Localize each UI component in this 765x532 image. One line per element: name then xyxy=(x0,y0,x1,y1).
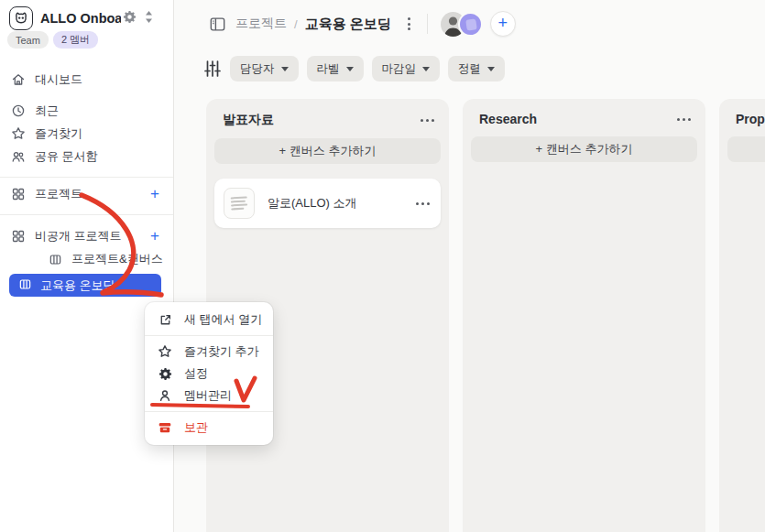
member-avatar-purple[interactable] xyxy=(458,12,483,37)
canvas-card[interactable]: 알로(ALLO) 소개 xyxy=(214,179,441,228)
add-project-button[interactable]: + xyxy=(145,184,165,204)
sidebar-item-shared-docs[interactable]: 공유 문서함 xyxy=(11,147,98,167)
external-link-icon xyxy=(158,313,172,327)
gear-icon xyxy=(158,367,172,381)
canvas-title: 알로(ALLO) 소개 xyxy=(268,195,403,212)
sidebar-item-project-canvas[interactable]: 프로젝트&캔버스 xyxy=(48,249,163,269)
canvas-icon xyxy=(48,253,62,266)
sidebar-item-recent[interactable]: 최근 xyxy=(11,101,59,121)
canvas-icon xyxy=(18,277,32,294)
workspace-logo-icon xyxy=(9,6,33,30)
member-count-badge[interactable]: 2 멤버 xyxy=(53,31,98,49)
add-canvas-button[interactable]: + 캔버스 추가하기 xyxy=(471,136,697,162)
add-private-project-button[interactable]: + xyxy=(145,226,165,246)
grid-icon xyxy=(11,187,26,201)
home-icon xyxy=(11,72,26,87)
filter-sort[interactable]: 정렬 xyxy=(448,56,505,81)
workspace-badges: Team 2 멤버 xyxy=(7,31,98,49)
invite-member-button[interactable]: + xyxy=(490,11,516,37)
workspace-settings-icon[interactable] xyxy=(123,10,137,27)
sidebar-item-label: 즐겨찾기 xyxy=(35,125,82,142)
workspace-switcher-icon[interactable] xyxy=(144,10,154,27)
sidebar-section-private-projects[interactable]: 비공개 프로젝트 xyxy=(11,226,122,246)
column-title: Research xyxy=(479,112,537,126)
sidebar: ALLO Onboardi... Team 2 멤버 대시보드 최 xyxy=(0,0,174,532)
star-icon xyxy=(11,126,26,141)
person-icon xyxy=(158,388,172,403)
filter-assignee[interactable]: 담당자 xyxy=(230,56,299,81)
breadcrumb-parent[interactable]: 프로젝트 xyxy=(235,16,287,32)
team-badge: Team xyxy=(7,31,49,49)
project-context-menu: 새 탭에서 열기 즐겨찾기 추가 설정 멤버관리 xyxy=(145,302,273,445)
sidebar-toggle-icon[interactable] xyxy=(209,16,226,33)
breadcrumb-separator: / xyxy=(294,17,298,31)
filter-bar: 담당자 라벨 마감일 정렬 xyxy=(203,56,505,81)
column-menu-icon[interactable] xyxy=(421,115,434,125)
column-title: Propo xyxy=(736,112,765,126)
sidebar-item-label: 프로젝트&캔버스 xyxy=(71,251,163,267)
sidebar-section-label: 프로젝트 xyxy=(35,186,82,202)
workspace-header[interactable]: ALLO Onboardi... xyxy=(9,6,154,30)
page-menu-icon[interactable] xyxy=(404,14,414,34)
sidebar-item-label: 교육용 온보딩 xyxy=(40,277,115,294)
chevron-down-icon xyxy=(346,67,354,71)
sidebar-item-label: 공유 문서함 xyxy=(35,148,98,165)
add-canvas-button[interactable] xyxy=(727,136,765,162)
menu-item-settings[interactable]: 설정 xyxy=(145,363,273,385)
add-canvas-button[interactable]: + 캔버스 추가하기 xyxy=(214,138,441,164)
clock-icon xyxy=(11,103,26,118)
chevron-down-icon xyxy=(281,67,289,71)
sidebar-item-label: 최근 xyxy=(35,103,59,119)
filter-due-date[interactable]: 마감일 xyxy=(372,56,441,81)
kanban-board: 발표자료 + 캔버스 추가하기 알로(ALLO) 소개 Research + 캔… xyxy=(206,99,765,532)
sidebar-item-label: 대시보드 xyxy=(35,71,82,88)
archive-icon xyxy=(158,420,172,435)
sidebar-item-onboarding-selected[interactable]: 교육용 온보딩 xyxy=(9,274,161,297)
menu-item-open-new-tab[interactable]: 새 탭에서 열기 xyxy=(145,309,273,331)
menu-divider xyxy=(145,411,273,412)
sidebar-section-label: 비공개 프로젝트 xyxy=(35,228,122,244)
filter-icon[interactable] xyxy=(203,59,222,79)
column-title: 발표자료 xyxy=(223,112,274,128)
chevron-down-icon xyxy=(487,67,495,71)
breadcrumb-current: 교육용 온보딩 xyxy=(305,16,391,33)
star-icon xyxy=(158,344,172,359)
sidebar-divider xyxy=(0,214,173,215)
sidebar-item-favorites[interactable]: 즐겨찾기 xyxy=(11,124,82,144)
topbar: 프로젝트 / 교육용 온보딩 + xyxy=(174,0,765,48)
board-column-research: Research + 캔버스 추가하기 xyxy=(463,99,705,532)
column-menu-icon[interactable] xyxy=(677,114,691,125)
users-icon xyxy=(11,149,26,164)
canvas-thumbnail xyxy=(224,188,255,219)
filter-label[interactable]: 라벨 xyxy=(307,56,364,81)
sidebar-item-dashboard[interactable]: 대시보드 xyxy=(11,70,82,90)
chevron-down-icon xyxy=(422,67,430,71)
sidebar-section-projects[interactable]: 프로젝트 xyxy=(11,184,82,204)
card-menu-icon[interactable] xyxy=(416,199,430,209)
menu-item-archive[interactable]: 보관 xyxy=(145,417,273,439)
grid-icon xyxy=(11,229,26,244)
topbar-divider xyxy=(427,14,428,34)
menu-item-member-management[interactable]: 멤버관리 xyxy=(145,385,273,407)
menu-item-add-favorite[interactable]: 즐겨찾기 추가 xyxy=(145,341,273,363)
sidebar-divider xyxy=(0,177,173,178)
board-column-proposal: Propo xyxy=(719,99,765,532)
workspace-name: ALLO Onboardi... xyxy=(40,11,121,26)
main-area: 프로젝트 / 교육용 온보딩 + 담당자 xyxy=(174,0,765,532)
menu-divider xyxy=(145,335,273,336)
